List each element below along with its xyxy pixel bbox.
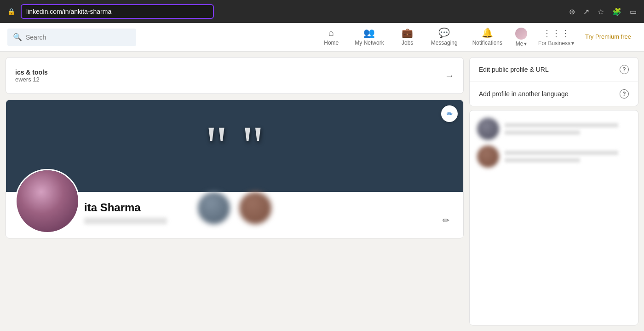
for-business-icon: ⋮⋮⋮ bbox=[542, 28, 570, 39]
avatar-image bbox=[17, 170, 78, 232]
home-icon: ⌂ bbox=[328, 28, 334, 38]
jobs-icon: 💼 bbox=[402, 27, 413, 38]
profile-edit-button[interactable]: ✏ bbox=[437, 212, 454, 229]
analytics-arrow-icon[interactable]: → bbox=[445, 70, 454, 81]
add-profile-language-label: Add profile in another language bbox=[479, 90, 569, 98]
notifications-icon: 🔔 bbox=[482, 27, 493, 38]
split-view-icon[interactable]: ▭ bbox=[630, 7, 637, 16]
nav-items: ⌂ Home 👥 My Network 💼 Jobs 💬 Messaging 🔔… bbox=[315, 23, 637, 52]
profile-area: ics & tools ewers 12 → " " ✏ bbox=[0, 52, 469, 331]
suggestion-name-2 bbox=[505, 151, 618, 155]
pencil-icon: ✏ bbox=[447, 110, 453, 118]
url-text: linkedin.com/in/ankita-sharma bbox=[26, 8, 111, 15]
address-bar[interactable]: linkedin.com/in/ankita-sharma bbox=[21, 4, 214, 19]
nav-jobs[interactable]: 💼 Jobs bbox=[391, 23, 424, 52]
browser-actions: ⊕ ↗ ☆ 🧩 ▭ bbox=[569, 7, 637, 16]
lock-icon: 🔒 bbox=[7, 8, 15, 15]
suggestion-title-2 bbox=[505, 158, 580, 163]
add-profile-language-item[interactable]: Add profile in another language ? bbox=[470, 82, 638, 106]
suggestion-name-1 bbox=[505, 123, 618, 128]
nav-notifications[interactable]: 🔔 Notifications bbox=[465, 23, 510, 52]
sidebar-suggestions-card bbox=[469, 110, 638, 325]
nav-me[interactable]: Me ▾ bbox=[510, 23, 533, 52]
search-container[interactable]: 🔍 bbox=[7, 29, 136, 46]
nav-my-network[interactable]: 👥 My Network bbox=[347, 23, 391, 52]
my-network-icon: 👥 bbox=[363, 27, 375, 38]
blurred-avatar-1 bbox=[198, 192, 230, 224]
me-chevron-icon: ▾ bbox=[524, 41, 527, 47]
try-premium-link[interactable]: Try Premium free bbox=[580, 33, 637, 41]
browser-chrome: 🔒 linkedin.com/in/ankita-sharma ⊕ ↗ ☆ 🧩 … bbox=[0, 0, 644, 23]
sidebar-profile-options-card: Edit public profile & URL ? Add profile … bbox=[469, 57, 638, 106]
extensions-icon[interactable]: 🧩 bbox=[612, 7, 621, 16]
me-label: Me ▾ bbox=[516, 41, 527, 47]
blurred-avatar-2 bbox=[239, 192, 271, 224]
messaging-label: Messaging bbox=[431, 40, 458, 46]
banner-decoration: " " bbox=[205, 118, 264, 174]
quote-mark-left: " bbox=[205, 118, 228, 174]
my-network-label: My Network bbox=[355, 40, 384, 46]
messaging-icon: 💬 bbox=[438, 27, 450, 38]
me-avatar bbox=[515, 28, 527, 40]
for-business-chevron-icon: ▾ bbox=[571, 40, 574, 46]
suggestion-info-1 bbox=[505, 123, 631, 135]
quote-mark-right: " bbox=[242, 118, 264, 174]
analytics-card[interactable]: ics & tools ewers 12 → bbox=[6, 57, 464, 94]
share-icon[interactable]: ↗ bbox=[583, 7, 589, 16]
linkedin-nav: 🔍 ⌂ Home 👥 My Network 💼 Jobs 💬 Messaging… bbox=[0, 23, 644, 52]
for-business-label: For Business ▾ bbox=[538, 40, 574, 46]
profile-avatar bbox=[15, 169, 80, 233]
suggestion-row-2 bbox=[477, 145, 631, 168]
add-language-help-icon[interactable]: ? bbox=[620, 89, 629, 99]
home-label: Home bbox=[324, 40, 339, 46]
suggestion-avatar-2 bbox=[477, 145, 499, 168]
jobs-label: Jobs bbox=[402, 40, 413, 46]
suggestion-row-1 bbox=[477, 118, 631, 140]
profile-banner: " " ✏ bbox=[6, 100, 463, 192]
edit-pencil-icon: ✏ bbox=[443, 215, 449, 226]
blurred-connections bbox=[198, 192, 271, 224]
edit-public-profile-label: Edit public profile & URL bbox=[479, 66, 549, 73]
analytics-subtitle: ewers 12 bbox=[15, 76, 48, 83]
suggestion-avatar-1 bbox=[477, 118, 499, 140]
nav-for-business[interactable]: ⋮⋮⋮ For Business ▾ bbox=[533, 23, 580, 52]
zoom-icon[interactable]: ⊕ bbox=[569, 7, 575, 16]
right-sidebar: Edit public profile & URL ? Add profile … bbox=[469, 52, 644, 331]
nav-messaging[interactable]: 💬 Messaging bbox=[424, 23, 465, 52]
search-icon: 🔍 bbox=[13, 33, 22, 41]
profile-info-section: ita Sharma ✏ bbox=[6, 192, 463, 238]
profile-card: " " ✏ ita Sharma ✏ bbox=[6, 99, 464, 238]
bookmark-icon[interactable]: ☆ bbox=[598, 7, 604, 16]
suggestion-info-2 bbox=[505, 151, 631, 163]
search-input[interactable] bbox=[26, 34, 131, 41]
edit-public-profile-item[interactable]: Edit public profile & URL ? bbox=[470, 58, 638, 82]
banner-edit-button[interactable]: ✏ bbox=[441, 105, 458, 122]
suggestion-title-1 bbox=[505, 130, 580, 135]
edit-profile-help-icon[interactable]: ? bbox=[620, 65, 629, 74]
profile-blurred-info bbox=[84, 218, 167, 224]
analytics-title: ics & tools bbox=[15, 69, 48, 76]
nav-home[interactable]: ⌂ Home bbox=[315, 23, 347, 52]
main-content: ics & tools ewers 12 → " " ✏ bbox=[0, 52, 644, 331]
analytics-text: ics & tools ewers 12 bbox=[15, 69, 48, 83]
notifications-label: Notifications bbox=[472, 40, 502, 46]
